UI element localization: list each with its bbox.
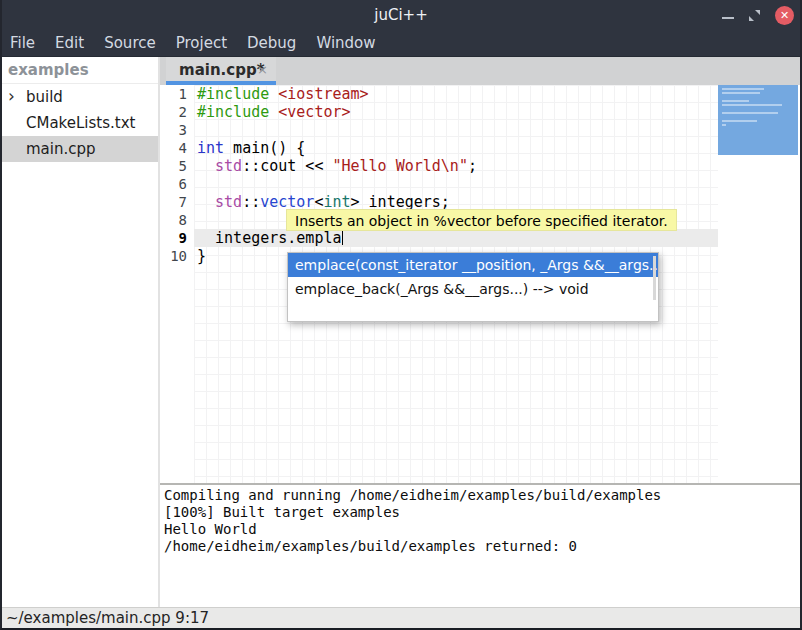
minimap-code-line <box>722 92 760 94</box>
menu-source[interactable]: Source <box>94 34 166 52</box>
window-title: juCi++ <box>0 0 802 30</box>
terminal-line: Hello World <box>164 521 802 538</box>
tree-item-label: CMakeLists.txt <box>26 114 135 132</box>
tab-main-cpp[interactable]: main.cpp* × <box>166 57 276 85</box>
status-path-position: ~/examples/main.cpp 9:17 <box>6 609 209 627</box>
minimap-code-line <box>722 100 749 102</box>
line-number-gutter: 12345678910 <box>160 85 194 265</box>
line-number: 7 <box>160 193 194 211</box>
status-bar: ~/examples/main.cpp 9:17 <box>0 607 802 628</box>
minimize-icon[interactable] <box>722 17 734 19</box>
popup-scrollbar[interactable] <box>653 256 656 300</box>
menu-bar: FileEditSourceProjectDebugWindow <box>0 30 802 57</box>
terminal-line: [100%] Built target examples <box>164 504 802 521</box>
tab-label: main.cpp* <box>166 57 264 83</box>
line-number: 5 <box>160 157 194 175</box>
menu-debug[interactable]: Debug <box>237 34 306 52</box>
minimap[interactable] <box>718 85 798 483</box>
line-number: 10 <box>160 247 194 265</box>
minimap-code-line <box>722 88 764 90</box>
minimap-code-line <box>722 112 778 114</box>
line-number: 6 <box>160 175 194 193</box>
menu-edit[interactable]: Edit <box>45 34 94 52</box>
menu-file[interactable]: File <box>0 34 45 52</box>
tree-item-cmakelists-txt[interactable]: CMakeLists.txt <box>0 110 158 136</box>
tree-item-label: main.cpp <box>26 140 96 158</box>
titlebar[interactable]: juCi++ ✕ <box>0 0 802 30</box>
code-lines[interactable]: #include <iostream>#include <vector>int … <box>194 85 477 265</box>
autocomplete-item[interactable]: emplace_back(_Args &&__args...) --> void <box>288 277 658 301</box>
tree-item-label: build <box>26 88 63 106</box>
line-number: 2 <box>160 103 194 121</box>
doc-tooltip: Inserts an object in %vector before spec… <box>286 209 677 231</box>
line-number: 9 <box>160 229 194 247</box>
line-number: 4 <box>160 139 194 157</box>
tree-item-main-cpp[interactable]: main.cpp <box>0 136 158 162</box>
text-cursor <box>342 231 343 245</box>
build-terminal[interactable]: Compiling and running /home/eidheim/exam… <box>160 485 802 607</box>
code-line-3[interactable] <box>194 121 477 139</box>
menu-window[interactable]: Window <box>306 34 385 52</box>
code-line-2[interactable]: #include <vector> <box>194 103 477 121</box>
code-line-1[interactable]: #include <iostream> <box>194 85 477 103</box>
minimap-code-line <box>722 120 757 122</box>
minimap-code-line <box>722 124 726 126</box>
code-line-5[interactable]: std::cout << "Hello World\n"; <box>194 157 477 175</box>
file-tree-panel: examples ›buildCMakeLists.txtmain.cpp <box>0 57 158 607</box>
tab-close-icon[interactable]: × <box>257 57 268 83</box>
tab-bar: main.cpp* × <box>160 57 802 85</box>
minimap-visible-region[interactable] <box>718 85 798 155</box>
expander-chevron-icon[interactable]: › <box>8 83 15 109</box>
line-number: 3 <box>160 121 194 139</box>
menu-project[interactable]: Project <box>166 34 237 52</box>
tree-item-build[interactable]: ›build <box>0 84 158 110</box>
autocomplete-item[interactable]: emplace(const_iterator __position, _Args… <box>288 253 658 277</box>
line-number: 1 <box>160 85 194 103</box>
autocomplete-popup: emplace(const_iterator __position, _Args… <box>287 252 659 322</box>
line-number: 8 <box>160 211 194 229</box>
terminal-line: Compiling and running /home/eidheim/exam… <box>164 487 802 504</box>
file-tree: ›buildCMakeLists.txtmain.cpp <box>0 84 158 162</box>
close-icon[interactable]: ✕ <box>775 6 794 25</box>
project-name-header: examples <box>0 57 158 84</box>
code-line-4[interactable]: int main() { <box>194 139 477 157</box>
terminal-line: /home/eidheim/examples/build/examples re… <box>164 538 802 555</box>
minimap-code-line <box>722 104 782 106</box>
code-line-6[interactable] <box>194 175 477 193</box>
restore-icon[interactable] <box>748 9 761 22</box>
